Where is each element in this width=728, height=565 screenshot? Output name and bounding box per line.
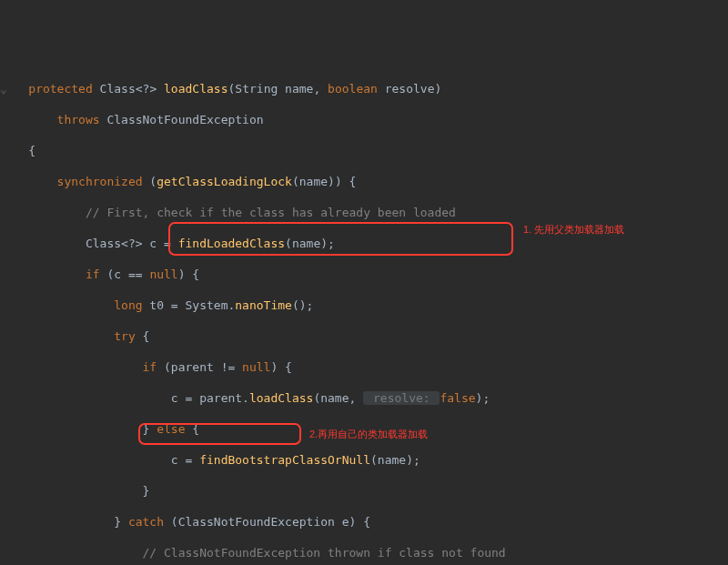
code-line: if (c == null) { <box>0 267 728 282</box>
text: { <box>0 144 35 157</box>
text: (c == <box>100 267 150 281</box>
text: ( <box>143 175 157 188</box>
code-line: ⌄ protected Class<?> loadClass(String na… <box>0 81 728 96</box>
code-line: // ClassNotFoundException thrown if clas… <box>0 545 728 560</box>
kw-try: try <box>0 329 136 343</box>
code-line: } <box>0 483 728 499</box>
text: (name); <box>285 237 335 250</box>
kw-null: null <box>242 360 270 374</box>
kw-null: null <box>149 267 177 281</box>
code-line: try { <box>0 328 728 344</box>
method-call: findBootstrapClassOrNull <box>199 453 370 467</box>
text: c = <box>0 453 199 467</box>
text: Class<?> c = <box>0 237 178 250</box>
kw-boolean: boolean <box>328 82 378 96</box>
code-line: throws ClassNotFoundException <box>0 112 728 127</box>
text: ClassNotFoundException <box>100 113 264 126</box>
param-hint: resolve: <box>363 391 440 405</box>
method-name: loadClass <box>164 82 228 96</box>
code-line: { <box>0 143 728 158</box>
text: (name, <box>313 391 363 405</box>
text: { <box>186 422 200 436</box>
text: (ClassNotFoundException e) { <box>164 515 370 529</box>
code-line: c = parent.loadClass(name, resolve: fals… <box>0 390 728 406</box>
comment: // ClassNotFoundException thrown if clas… <box>0 546 506 560</box>
method-call: nanoTime <box>235 298 292 312</box>
text: (); <box>292 298 313 312</box>
text: { <box>136 329 150 343</box>
text: (name)) { <box>292 175 356 188</box>
text: } <box>0 422 157 436</box>
code-line: long t0 = System.nanoTime(); <box>0 298 728 313</box>
kw-long: long <box>0 298 143 312</box>
kw-catch: catch <box>128 515 164 529</box>
text: } <box>0 484 149 498</box>
text: c = parent. <box>0 391 249 405</box>
method-call: getClassLoadingLock <box>157 175 292 188</box>
text: } <box>0 515 128 529</box>
code-line: } catch (ClassNotFoundException e) { <box>0 514 728 530</box>
text: (name); <box>370 453 420 467</box>
code-line: c = findBootstrapClassOrNull(name); <box>0 452 728 468</box>
kw-if: if <box>0 360 157 374</box>
text: (parent != <box>157 360 242 374</box>
code-line: Class<?> c = findLoadedClass(name); <box>0 236 728 251</box>
code-editor[interactable]: ⌄ protected Class<?> loadClass(String na… <box>0 62 728 565</box>
code-line: synchronized (getClassLoadingLock(name))… <box>0 174 728 189</box>
kw-throws: throws <box>0 113 100 126</box>
code-line: // First, check if the class has already… <box>0 205 728 220</box>
text: (String name, <box>228 82 329 96</box>
text: ); <box>476 391 490 405</box>
comment: // First, check if the class has already… <box>0 206 456 219</box>
method-call: loadClass <box>249 391 313 405</box>
kw-else: else <box>157 422 185 436</box>
kw-synchronized: synchronized <box>0 175 143 188</box>
kw-protected: protected <box>28 82 92 96</box>
text: ) { <box>270 360 291 374</box>
text: t0 = System. <box>143 298 236 312</box>
collapse-icon: ⌄ <box>0 82 7 96</box>
kw-if: if <box>0 267 100 281</box>
text: ) { <box>178 267 199 281</box>
code-line: if (parent != null) { <box>0 359 728 375</box>
method-call: findLoadedClass <box>178 237 285 250</box>
text: resolve) <box>378 82 441 96</box>
text: Class<?> <box>93 82 164 96</box>
kw-false: false <box>440 391 475 405</box>
code-line: } else { <box>0 421 728 437</box>
